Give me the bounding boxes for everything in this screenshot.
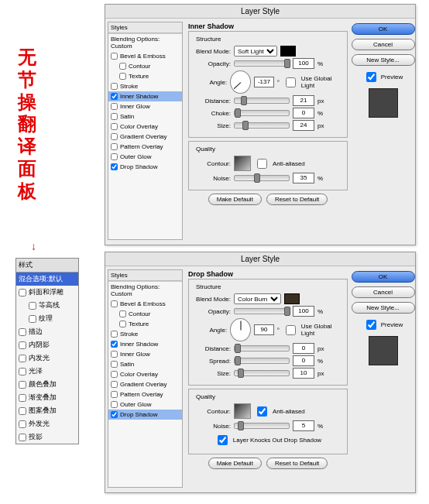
angle-dial[interactable] xyxy=(230,318,251,341)
style-row-satin[interactable]: Satin xyxy=(108,111,182,122)
cn-check[interactable] xyxy=(19,355,26,362)
cn-panel-highlight[interactable]: 混合选项:默认 xyxy=(16,273,78,286)
style-row-outer-glow[interactable]: Outer Glow xyxy=(108,399,182,410)
style-check[interactable] xyxy=(111,143,118,150)
cn-item[interactable]: 外发光 xyxy=(16,417,78,430)
style-row-inner-glow[interactable]: Inner Glow xyxy=(108,101,182,111)
style-check[interactable] xyxy=(111,411,118,418)
style-row-drop-shadow[interactable]: Drop Shadow xyxy=(108,162,182,172)
reset-default-button[interactable]: Reset to Default xyxy=(266,194,328,205)
noise-slider[interactable] xyxy=(234,423,290,429)
cn-item[interactable]: 光泽 xyxy=(16,365,78,378)
cn-item[interactable]: 图案叠加 xyxy=(16,404,78,417)
cn-check[interactable] xyxy=(19,420,26,428)
use-global-light-check[interactable] xyxy=(286,325,296,335)
angle-value[interactable]: 90 xyxy=(254,324,273,335)
style-check[interactable] xyxy=(111,113,118,120)
spread-value[interactable]: 0 xyxy=(293,355,314,366)
cn-item[interactable]: 描边 xyxy=(16,325,78,338)
contour-picker[interactable] xyxy=(234,403,251,419)
blending-options-row[interactable]: Blending Options: Custom xyxy=(108,33,182,51)
cn-item[interactable]: 渐变叠加 xyxy=(16,391,78,404)
preview-check[interactable] xyxy=(366,320,376,330)
distance-slider[interactable] xyxy=(234,345,290,351)
opacity-slider[interactable] xyxy=(234,60,290,67)
style-check[interactable] xyxy=(111,391,118,398)
opacity-value[interactable]: 100 xyxy=(293,58,314,69)
cancel-button[interactable]: Cancel xyxy=(352,286,415,298)
contour-picker[interactable] xyxy=(234,156,251,171)
style-row-texture[interactable]: Texture xyxy=(108,319,182,329)
style-check[interactable] xyxy=(119,73,126,80)
cn-item[interactable]: 投影 xyxy=(16,430,78,444)
style-check[interactable] xyxy=(111,341,118,348)
anti-aliased-check[interactable] xyxy=(257,406,267,417)
style-row-stroke[interactable]: Stroke xyxy=(108,81,182,91)
cn-item[interactable]: 斜面和浮雕 xyxy=(16,286,78,299)
cn-check[interactable] xyxy=(19,394,26,402)
style-row-stroke[interactable]: Stroke xyxy=(108,329,182,339)
color-swatch[interactable] xyxy=(280,46,296,57)
style-row-gradient-overlay[interactable]: Gradient Overlay xyxy=(108,132,182,142)
style-row-drop-shadow[interactable]: Drop Shadow xyxy=(108,410,182,420)
style-check[interactable] xyxy=(111,93,118,100)
blending-options-row[interactable]: Blending Options: Custom xyxy=(108,281,182,299)
style-check[interactable] xyxy=(119,321,126,327)
anti-aliased-check[interactable] xyxy=(257,159,267,169)
opacity-slider[interactable] xyxy=(234,308,290,314)
ok-button[interactable]: OK xyxy=(352,271,415,283)
cn-check[interactable] xyxy=(19,289,26,297)
cn-check[interactable] xyxy=(19,368,26,375)
opacity-value[interactable]: 100 xyxy=(293,306,314,317)
style-row-pattern-overlay[interactable]: Pattern Overlay xyxy=(108,142,182,152)
styles-header[interactable]: Styles xyxy=(108,22,182,33)
style-row-gradient-overlay[interactable]: Gradient Overlay xyxy=(108,379,182,389)
style-check[interactable] xyxy=(111,103,118,110)
style-row-bevel[interactable]: Bevel & Emboss xyxy=(108,299,182,309)
style-row-texture[interactable]: Texture xyxy=(108,71,182,81)
style-check[interactable] xyxy=(111,371,118,378)
noise-slider[interactable] xyxy=(234,175,290,181)
style-row-color-overlay[interactable]: Color Overlay xyxy=(108,369,182,379)
size-value[interactable]: 10 xyxy=(293,368,314,379)
cn-check[interactable] xyxy=(19,434,26,441)
style-check[interactable] xyxy=(111,133,118,140)
cn-check[interactable] xyxy=(29,315,36,323)
style-check[interactable] xyxy=(111,351,118,358)
use-global-light-check[interactable] xyxy=(286,77,296,87)
style-check[interactable] xyxy=(111,163,118,170)
style-check[interactable] xyxy=(111,53,118,60)
make-default-button[interactable]: Make Default xyxy=(208,458,262,469)
style-row-inner-shadow[interactable]: Inner Shadow xyxy=(108,339,182,349)
cn-check[interactable] xyxy=(19,328,26,336)
style-check[interactable] xyxy=(111,83,118,90)
cn-item[interactable]: 颜色叠加 xyxy=(16,378,78,391)
style-check[interactable] xyxy=(111,300,118,307)
style-check[interactable] xyxy=(111,153,118,160)
size-value[interactable]: 24 xyxy=(293,120,314,131)
color-swatch[interactable] xyxy=(284,293,300,304)
style-check[interactable] xyxy=(111,381,118,388)
distance-value[interactable]: 21 xyxy=(293,95,314,106)
style-row-inner-glow[interactable]: Inner Glow xyxy=(108,349,182,359)
ok-button[interactable]: OK xyxy=(352,23,415,35)
style-check[interactable] xyxy=(111,123,118,130)
style-row-contour[interactable]: Contour xyxy=(108,309,182,319)
layer-knocks-check[interactable] xyxy=(218,435,228,445)
noise-value[interactable]: 35 xyxy=(293,173,314,183)
cn-item[interactable]: 内阴影 xyxy=(16,338,78,351)
style-check[interactable] xyxy=(111,401,118,408)
cn-item[interactable]: 内发光 xyxy=(16,351,78,365)
style-check[interactable] xyxy=(111,361,118,368)
style-check[interactable] xyxy=(119,310,126,317)
style-row-bevel[interactable]: Bevel & Emboss xyxy=(108,51,182,61)
cn-check[interactable] xyxy=(19,407,26,415)
style-check[interactable] xyxy=(119,63,126,70)
style-row-color-overlay[interactable]: Color Overlay xyxy=(108,122,182,132)
new-style-button[interactable]: New Style... xyxy=(352,54,415,66)
choke-value[interactable]: 0 xyxy=(293,108,314,118)
blend-mode-select[interactable]: Color Burn xyxy=(234,293,281,304)
cn-item[interactable]: 纹理 xyxy=(16,312,78,325)
style-row-pattern-overlay[interactable]: Pattern Overlay xyxy=(108,389,182,399)
angle-dial[interactable] xyxy=(230,70,251,94)
